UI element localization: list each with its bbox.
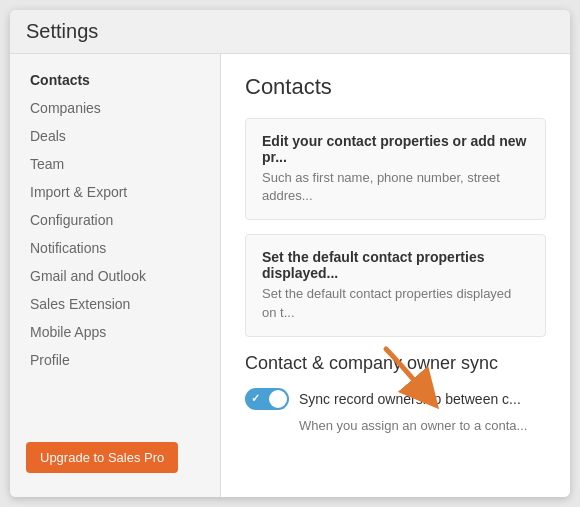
sync-toggle[interactable]: ✓ (245, 388, 289, 410)
toggle-knob (269, 390, 287, 408)
default-properties-desc: Set the default contact properties displ… (262, 285, 529, 321)
sidebar-item-sales-extension[interactable]: Sales Extension (10, 290, 220, 318)
edit-properties-desc: Such as first name, phone number, street… (262, 169, 529, 205)
sidebar-item-companies[interactable]: Companies (10, 94, 220, 122)
sidebar-item-profile[interactable]: Profile (10, 346, 220, 374)
edit-properties-title: Edit your contact properties or add new … (262, 133, 529, 165)
default-properties-title: Set the default contact properties displ… (262, 249, 529, 281)
sidebar-item-gmail-outlook[interactable]: Gmail and Outlook (10, 262, 220, 290)
main-content: Contacts Edit your contact properties or… (220, 54, 570, 497)
sidebar-items: Contacts Companies Deals Team Import & E… (10, 66, 220, 430)
sidebar-item-import-export[interactable]: Import & Export (10, 178, 220, 206)
arrow-indicator (376, 339, 436, 399)
toggle-desc: When you assign an owner to a conta... (299, 418, 546, 433)
sidebar-item-mobile-apps[interactable]: Mobile Apps (10, 318, 220, 346)
sidebar-item-configuration[interactable]: Configuration (10, 206, 220, 234)
upgrade-btn-container: Upgrade to Sales Pro (10, 430, 220, 485)
toggle-check-icon: ✓ (251, 392, 260, 405)
edit-properties-section: Edit your contact properties or add new … (245, 118, 546, 220)
sidebar: Contacts Companies Deals Team Import & E… (10, 54, 220, 497)
window-body: Contacts Companies Deals Team Import & E… (10, 54, 570, 497)
main-content-title: Contacts (245, 74, 546, 100)
settings-window: Settings Contacts Companies Deals Team I… (10, 10, 570, 497)
sidebar-item-notifications[interactable]: Notifications (10, 234, 220, 262)
default-properties-section: Set the default contact properties displ… (245, 234, 546, 336)
sidebar-item-deals[interactable]: Deals (10, 122, 220, 150)
window-header: Settings (10, 10, 570, 54)
page-title: Settings (26, 20, 98, 42)
sidebar-item-team[interactable]: Team (10, 150, 220, 178)
upgrade-button[interactable]: Upgrade to Sales Pro (26, 442, 178, 473)
sidebar-item-contacts[interactable]: Contacts (10, 66, 220, 94)
